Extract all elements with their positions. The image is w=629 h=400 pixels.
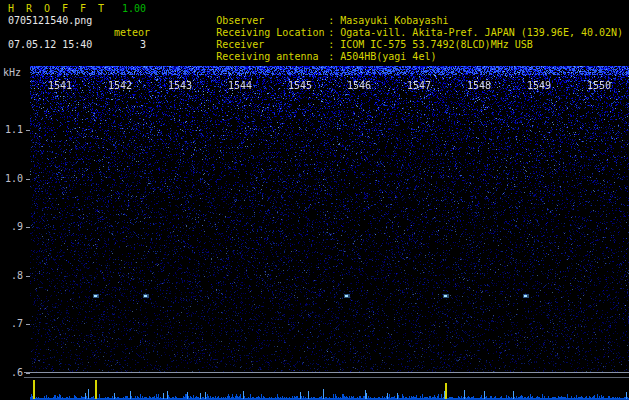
hrofft-screen: HROFFT 1.00 0705121540.png meteor 07.05.… (0, 0, 629, 400)
app-version: 1.00 (122, 3, 146, 15)
freq-tick-label: .8 (0, 270, 23, 282)
app-title: HROFFT (8, 3, 116, 15)
freq-tick-mark (26, 373, 30, 374)
time-tick-label: 1549 (527, 80, 551, 92)
time-tick-label: 1543 (168, 80, 192, 92)
time-tick-label: 1547 (407, 80, 431, 92)
signal-level-strip-canvas (0, 378, 629, 400)
info-colon: : (328, 27, 340, 39)
info-label: Receiving antenna (216, 51, 328, 63)
frequency-axis-unit-label: kHz (3, 67, 21, 79)
separator-line-upper (24, 372, 629, 373)
meteor-count: 3 (140, 39, 146, 51)
freq-tick-label: .7 (0, 318, 23, 330)
time-tick-label: 1542 (108, 80, 132, 92)
info-colon: : (328, 15, 340, 27)
observation-datetime: 07.05.12 15:40 (8, 39, 92, 51)
time-tick-label: 1550 (587, 80, 611, 92)
freq-tick-label: 1.1 (0, 124, 23, 136)
output-filename: 0705121540.png (8, 15, 92, 27)
time-tick-label: 1544 (228, 80, 252, 92)
info-label: Observer (216, 15, 328, 27)
info-label: Receiver (216, 39, 328, 51)
info-value: Masayuki Kobayashi (340, 15, 448, 26)
time-tick-label: 1546 (347, 80, 371, 92)
info-colon: : (328, 51, 340, 63)
time-tick-label: 1548 (467, 80, 491, 92)
time-tick-label: 1541 (48, 80, 72, 92)
info-value: Ogata-vill. Akita-Pref. JAPAN (139.96E, … (340, 27, 623, 38)
info-value: ICOM IC-575 53.7492(8LCD)MHz USB (340, 39, 533, 50)
info-label: Receiving Location (216, 27, 328, 39)
freq-tick-label: .9 (0, 221, 23, 233)
info-colon: : (328, 39, 340, 51)
time-tick-label: 1545 (288, 80, 312, 92)
info-value: A504HB(yagi 4el) (340, 51, 436, 62)
spectrogram-canvas (30, 66, 629, 373)
station-info: Observer:Masayuki Kobayashi Receiving Lo… (180, 3, 623, 51)
observation-mode: meteor (114, 27, 150, 39)
freq-tick-label: 1.0 (0, 173, 23, 185)
info-row-observer: Observer:Masayuki Kobayashi (180, 3, 623, 15)
